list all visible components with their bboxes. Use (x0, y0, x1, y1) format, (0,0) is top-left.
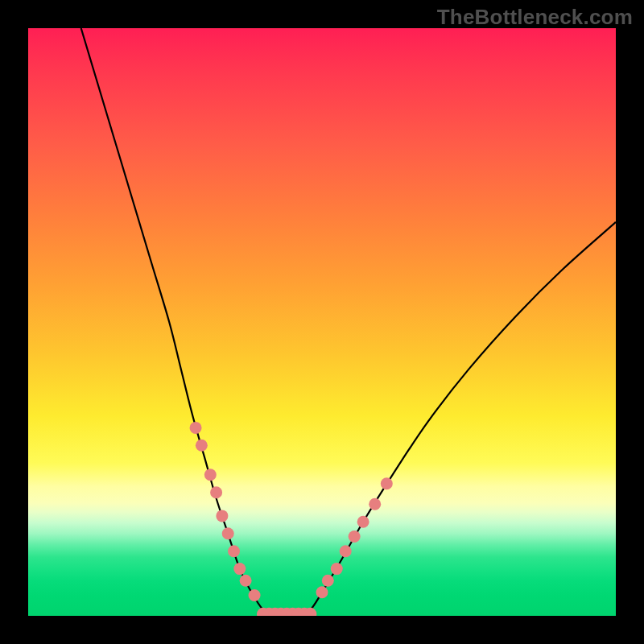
curve-marker-dot (233, 563, 246, 575)
chart-plot-area (28, 28, 616, 616)
curve-marker-dot (210, 486, 222, 498)
curve-marker-dot (349, 530, 361, 543)
curve-marker-dot (240, 575, 252, 587)
curve-marker-dot (340, 545, 352, 557)
curve-marker-dot (196, 440, 208, 452)
curve-marker-dot (331, 563, 343, 575)
curve-marker-dot (204, 469, 217, 481)
curve-marker-dot (369, 498, 381, 510)
watermark-text: TheBottleneck.com (437, 5, 633, 30)
curve-marker-dot (381, 477, 393, 489)
curve-marker-dot (322, 575, 334, 587)
bottleneck-curve-svg (28, 28, 616, 616)
curve-marker-dot (316, 586, 328, 598)
curve-marker-dot (228, 545, 240, 557)
curve-marker-dot (216, 510, 228, 522)
flat-bottom-markers (257, 608, 316, 616)
curve-marker-dot (222, 527, 234, 539)
curve-marker-dot (249, 589, 261, 601)
bottleneck-curve (81, 28, 616, 616)
curve-markers (190, 422, 393, 601)
curve-marker-dot (357, 516, 369, 528)
curve-marker-dot (190, 422, 202, 434)
